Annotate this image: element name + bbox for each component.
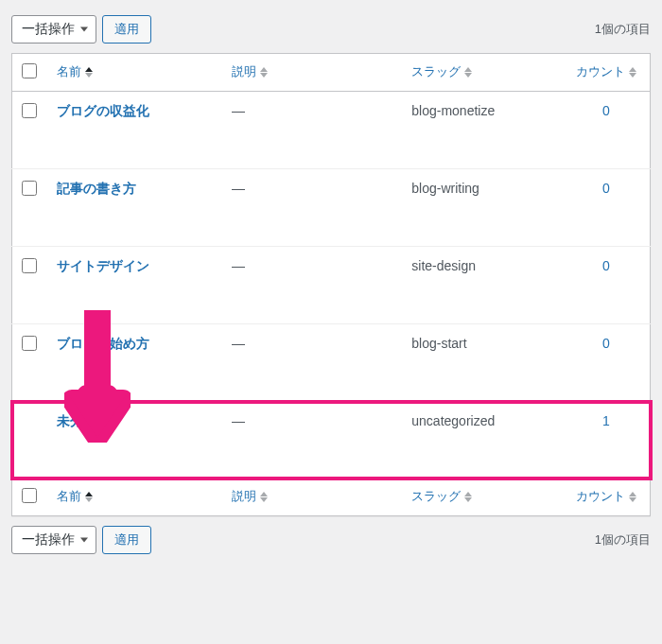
column-slug-label: スラッグ: [411, 488, 461, 505]
row-count-cell: 0: [563, 169, 651, 247]
apply-button-bottom[interactable]: 適用: [102, 526, 151, 554]
column-count-label: カウント: [576, 488, 625, 505]
sort-by-count-footer[interactable]: カウント: [576, 488, 636, 505]
row-slug-cell: uncategorized: [402, 402, 563, 479]
table-row: ブログの収益化—blog-monetize0: [12, 92, 651, 169]
row-name-cell: サイトデザイン: [47, 247, 222, 324]
row-checkbox-cell: [12, 169, 48, 247]
select-all-footer: [12, 479, 48, 516]
row-checkbox[interactable]: [22, 103, 37, 118]
category-link[interactable]: 未分類: [57, 413, 96, 428]
sort-by-slug[interactable]: スラッグ: [411, 63, 472, 80]
column-name-footer: 名前: [47, 479, 222, 516]
apply-button[interactable]: 適用: [102, 15, 151, 44]
row-slug-cell: site-design: [402, 247, 563, 324]
column-name-label: 名前: [57, 63, 81, 80]
sort-by-count[interactable]: カウント: [576, 63, 636, 80]
select-all-checkbox-footer[interactable]: [22, 488, 37, 503]
row-slug-cell: blog-writing: [402, 169, 563, 247]
row-slug-cell: blog-monetize: [402, 92, 563, 169]
select-all-header: [12, 54, 48, 92]
bulk-action-select[interactable]: 一括操作: [11, 15, 96, 44]
sort-icon: [260, 492, 268, 502]
top-actions-bar: 一括操作 適用 1個の項目: [11, 11, 651, 53]
sort-icon: [85, 492, 93, 502]
bulk-action-select-bottom[interactable]: 一括操作: [11, 526, 96, 554]
column-slug-footer: スラッグ: [402, 479, 563, 516]
bottom-actions-bar: 一括操作 適用 1個の項目: [11, 516, 651, 558]
row-checkbox-cell: [12, 324, 48, 402]
row-name-cell: 記事の書き方: [47, 169, 222, 247]
column-count-header: カウント: [563, 54, 651, 92]
row-description-cell: —: [222, 324, 402, 402]
count-link[interactable]: 0: [602, 103, 610, 118]
column-name-label: 名前: [57, 488, 81, 505]
sort-icon: [629, 67, 636, 78]
row-description-cell: —: [222, 169, 402, 247]
table-body: ブログの収益化—blog-monetize0記事の書き方—blog-writin…: [12, 92, 651, 479]
row-count-cell: 0: [563, 92, 651, 169]
categories-table: 名前 説明 スラッグ: [11, 53, 651, 516]
bulk-action-label: 一括操作: [22, 21, 75, 36]
column-name-header: 名前: [47, 54, 222, 92]
row-description-cell: —: [222, 402, 402, 479]
row-count-cell: 0: [563, 324, 651, 402]
row-checkbox-cell: [12, 247, 48, 324]
row-checkbox-cell: [12, 402, 48, 479]
row-description-cell: —: [222, 92, 402, 169]
column-slug-header: スラッグ: [402, 54, 563, 92]
sort-by-name[interactable]: 名前: [57, 63, 93, 80]
row-name-cell: ブログの収益化: [47, 92, 222, 169]
item-count-bottom: 1個の項目: [595, 531, 651, 548]
select-all-checkbox[interactable]: [22, 63, 37, 78]
row-name-cell: 未分類: [47, 402, 222, 479]
row-description-cell: —: [222, 247, 402, 324]
sort-icon: [85, 67, 93, 78]
table-row: サイトデザイン—site-design0: [12, 247, 651, 324]
column-description-footer: 説明: [222, 479, 402, 516]
item-count: 1個の項目: [595, 21, 651, 38]
sort-icon: [464, 492, 472, 502]
row-checkbox-cell: [12, 92, 48, 169]
column-description-label: 説明: [232, 488, 256, 505]
sort-by-slug-footer[interactable]: スラッグ: [411, 488, 472, 505]
bulk-action-label: 一括操作: [22, 531, 75, 547]
category-link[interactable]: サイトデザイン: [57, 258, 149, 273]
count-link[interactable]: 0: [602, 258, 610, 273]
category-link[interactable]: ブログの始め方: [57, 336, 149, 351]
category-link[interactable]: ブログの収益化: [57, 103, 149, 118]
table-row: 記事の書き方—blog-writing0: [12, 169, 651, 247]
row-slug-cell: blog-start: [402, 324, 563, 402]
sort-icon: [260, 67, 268, 78]
row-checkbox[interactable]: [22, 258, 37, 273]
row-checkbox[interactable]: [22, 181, 37, 196]
row-name-cell: ブログの始め方: [47, 324, 222, 402]
column-description-header: 説明: [222, 54, 402, 92]
sort-icon: [464, 67, 472, 78]
row-count-cell: 0: [563, 247, 651, 324]
category-link[interactable]: 記事の書き方: [57, 181, 136, 196]
sort-icon: [629, 492, 636, 502]
column-count-footer: カウント: [563, 479, 651, 516]
sort-by-description-footer[interactable]: 説明: [232, 488, 268, 505]
column-count-label: カウント: [576, 63, 625, 80]
row-count-cell: 1: [563, 402, 651, 479]
column-description-label: 説明: [232, 63, 256, 80]
table-row: ブログの始め方—blog-start0: [12, 324, 651, 402]
count-link[interactable]: 0: [602, 181, 610, 196]
count-link[interactable]: 1: [602, 413, 610, 428]
count-link[interactable]: 0: [602, 336, 610, 351]
row-checkbox[interactable]: [22, 336, 37, 351]
sort-by-description[interactable]: 説明: [232, 63, 268, 80]
sort-by-name-footer[interactable]: 名前: [57, 488, 93, 505]
table-row: 未分類—uncategorized1: [12, 402, 651, 479]
column-slug-label: スラッグ: [411, 63, 461, 80]
